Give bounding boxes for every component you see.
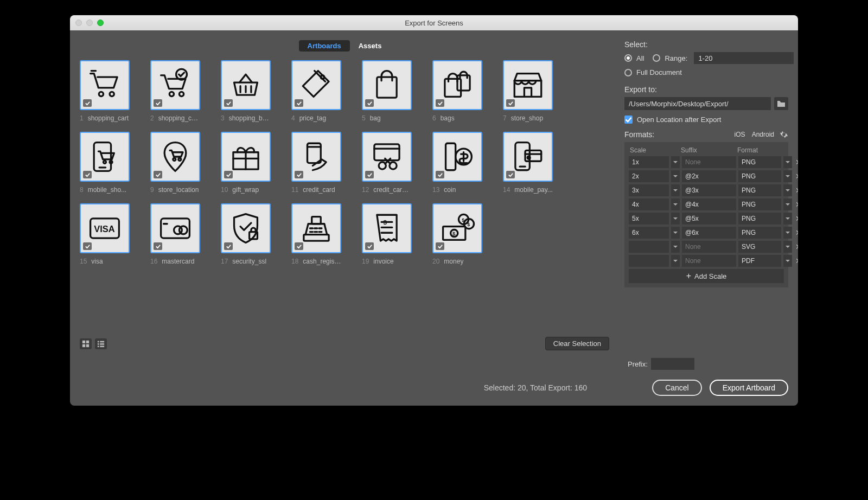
range-input[interactable]: [694, 52, 794, 64]
suffix-input[interactable]: [682, 184, 736, 196]
artboard-item[interactable]: 10 gift_wrap: [221, 132, 291, 194]
format-dropdown[interactable]: [783, 156, 792, 168]
scale-input[interactable]: [629, 170, 669, 182]
format-input[interactable]: [738, 255, 781, 267]
grid-view-button[interactable]: [80, 338, 92, 349]
artboard-thumbnail[interactable]: $: [503, 132, 553, 182]
artboard-item[interactable]: 17 security_ssl: [221, 203, 291, 265]
artboard-selected-checkbox[interactable]: [365, 171, 374, 178]
artboard-thumbnail[interactable]: [291, 60, 341, 110]
android-preset-link[interactable]: Android: [752, 131, 774, 138]
artboard-thumbnail[interactable]: [221, 203, 271, 253]
suffix-input[interactable]: [682, 198, 736, 210]
artboard-selected-checkbox[interactable]: [436, 242, 444, 250]
export-path-input[interactable]: [624, 97, 771, 110]
artboard-selected-checkbox[interactable]: [506, 99, 515, 107]
format-dropdown[interactable]: [783, 170, 792, 182]
format-input[interactable]: [738, 241, 781, 253]
suffix-input[interactable]: [682, 170, 736, 182]
artboard-thumbnail[interactable]: [150, 203, 200, 253]
artboard-selected-checkbox[interactable]: [365, 242, 374, 250]
format-input[interactable]: [738, 227, 781, 239]
artboard-item[interactable]: 12 credit_card_...: [362, 132, 432, 194]
scale-dropdown[interactable]: [671, 156, 680, 168]
artboard-selected-checkbox[interactable]: [365, 99, 374, 107]
scale-dropdown[interactable]: [671, 198, 680, 210]
choose-folder-button[interactable]: [774, 97, 788, 110]
artboard-thumbnail[interactable]: [362, 60, 412, 110]
export-artboard-button[interactable]: Export Artboard: [710, 380, 788, 396]
window-zoom-button[interactable]: [97, 20, 104, 26]
scale-dropdown[interactable]: [671, 184, 680, 196]
artboard-thumbnail[interactable]: $: [362, 203, 412, 253]
artboard-item[interactable]: $ 14 mobile_pay...: [503, 132, 573, 194]
tab-assets[interactable]: Assets: [350, 40, 391, 52]
format-dropdown[interactable]: [783, 227, 792, 239]
radio-full-document[interactable]: [624, 69, 632, 76]
scale-input[interactable]: [629, 198, 669, 210]
ios-preset-link[interactable]: iOS: [735, 131, 745, 138]
artboard-thumbnail[interactable]: [291, 203, 341, 253]
artboard-thumbnail[interactable]: [80, 132, 130, 182]
remove-row-icon[interactable]: ✕: [794, 186, 798, 195]
artboard-item[interactable]: 6 bags: [432, 60, 503, 122]
artboard-item[interactable]: VISA 15 visa: [80, 203, 150, 265]
scale-dropdown[interactable]: [671, 213, 680, 225]
artboard-selected-checkbox[interactable]: [295, 171, 303, 178]
artboard-item[interactable]: 3 shopping_ba...: [221, 60, 291, 122]
format-input[interactable]: [738, 198, 781, 210]
artboard-item[interactable]: 7 store_shop: [503, 60, 573, 122]
artboard-thumbnail[interactable]: [80, 60, 130, 110]
formats-settings-icon[interactable]: [780, 130, 788, 139]
scale-input[interactable]: [629, 213, 669, 225]
artboard-item[interactable]: 9 store_location: [150, 132, 221, 194]
artboard-item[interactable]: 4 price_tag: [291, 60, 362, 122]
artboard-item[interactable]: $$$ 20 money: [432, 203, 503, 265]
artboard-thumbnail[interactable]: [221, 132, 271, 182]
radio-all[interactable]: [624, 54, 632, 62]
radio-range[interactable]: [653, 54, 660, 62]
cancel-button[interactable]: Cancel: [652, 380, 702, 396]
format-input[interactable]: [738, 184, 781, 196]
artboard-item[interactable]: 11 credit_card: [291, 132, 362, 194]
artboard-selected-checkbox[interactable]: [83, 99, 92, 107]
artboard-thumbnail[interactable]: [362, 132, 412, 182]
remove-row-icon[interactable]: ✕: [794, 172, 798, 181]
suffix-input[interactable]: [682, 156, 736, 168]
artboard-selected-checkbox[interactable]: [154, 242, 162, 250]
artboard-item[interactable]: 18 cash_register: [291, 203, 362, 265]
artboard-thumbnail[interactable]: [150, 132, 200, 182]
artboard-thumbnail[interactable]: [150, 60, 200, 110]
suffix-input[interactable]: [682, 241, 736, 253]
artboard-selected-checkbox[interactable]: [154, 171, 162, 178]
scale-dropdown[interactable]: [671, 170, 680, 182]
scale-input[interactable]: [629, 156, 669, 168]
remove-row-icon[interactable]: ✕: [794, 242, 798, 251]
format-dropdown[interactable]: [783, 213, 792, 225]
artboard-selected-checkbox[interactable]: [83, 242, 92, 250]
scale-input[interactable]: [629, 227, 669, 239]
artboard-thumbnail[interactable]: [503, 60, 553, 110]
scale-dropdown[interactable]: [671, 255, 680, 267]
artboard-item[interactable]: $ 19 invoice: [362, 203, 432, 265]
artboard-selected-checkbox[interactable]: [224, 171, 233, 178]
scale-dropdown[interactable]: [671, 241, 680, 253]
artboard-item[interactable]: 1 shopping_cart: [80, 60, 150, 122]
window-minimize-button[interactable]: [86, 20, 93, 26]
scale-input[interactable]: [629, 255, 669, 267]
artboard-thumbnail[interactable]: [291, 132, 341, 182]
artboard-item[interactable]: 13 coin: [432, 132, 503, 194]
window-close-button[interactable]: [75, 20, 82, 26]
artboard-selected-checkbox[interactable]: [436, 99, 444, 107]
artboard-selected-checkbox[interactable]: [506, 171, 515, 178]
format-input[interactable]: [738, 170, 781, 182]
remove-row-icon[interactable]: ✕: [794, 200, 798, 209]
format-dropdown[interactable]: [783, 198, 792, 210]
scale-input[interactable]: [629, 184, 669, 196]
scale-input[interactable]: [629, 241, 669, 253]
list-view-button[interactable]: [95, 338, 107, 349]
artboard-item[interactable]: 16 mastercard: [150, 203, 221, 265]
artboard-thumbnail[interactable]: [432, 60, 482, 110]
remove-row-icon[interactable]: ✕: [794, 228, 798, 237]
tab-artboards[interactable]: Artboards: [299, 40, 350, 52]
